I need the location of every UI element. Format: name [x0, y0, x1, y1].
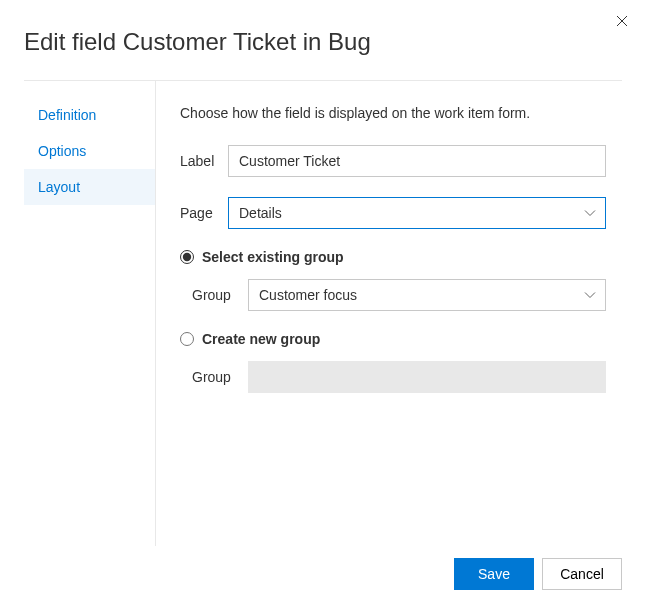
save-button[interactable]: Save: [454, 558, 534, 590]
dialog-footer: Save Cancel: [24, 546, 622, 590]
existing-group-select[interactable]: Customer focus: [248, 279, 606, 311]
page-select[interactable]: Details: [228, 197, 606, 229]
radio-create-label: Create new group: [202, 331, 320, 347]
sidebar: Definition Options Layout: [24, 81, 156, 546]
radio-create-input[interactable]: [180, 332, 194, 346]
cancel-button[interactable]: Cancel: [542, 558, 622, 590]
label-field-label: Label: [180, 153, 228, 169]
label-input[interactable]: [228, 145, 606, 177]
radio-create-group[interactable]: Create new group: [180, 331, 606, 347]
radio-existing-group[interactable]: Select existing group: [180, 249, 606, 265]
sidebar-item-options[interactable]: Options: [24, 133, 155, 169]
radio-existing-input[interactable]: [180, 250, 194, 264]
create-group-label: Group: [192, 369, 248, 385]
page-field-label: Page: [180, 205, 228, 221]
close-icon: [616, 15, 628, 27]
sidebar-item-label: Layout: [38, 179, 80, 195]
create-group-input: [248, 361, 606, 393]
existing-group-value: Customer focus: [259, 287, 357, 303]
existing-group-label: Group: [192, 287, 248, 303]
radio-existing-label: Select existing group: [202, 249, 344, 265]
dialog-title: Edit field Customer Ticket in Bug: [24, 28, 622, 56]
sidebar-item-layout[interactable]: Layout: [24, 169, 155, 205]
sidebar-item-label: Definition: [38, 107, 96, 123]
sidebar-item-definition[interactable]: Definition: [24, 97, 155, 133]
sidebar-item-label: Options: [38, 143, 86, 159]
page-select-value: Details: [239, 205, 282, 221]
close-button[interactable]: [612, 12, 632, 32]
main-panel: Choose how the field is displayed on the…: [156, 81, 622, 546]
description-text: Choose how the field is displayed on the…: [180, 105, 606, 121]
